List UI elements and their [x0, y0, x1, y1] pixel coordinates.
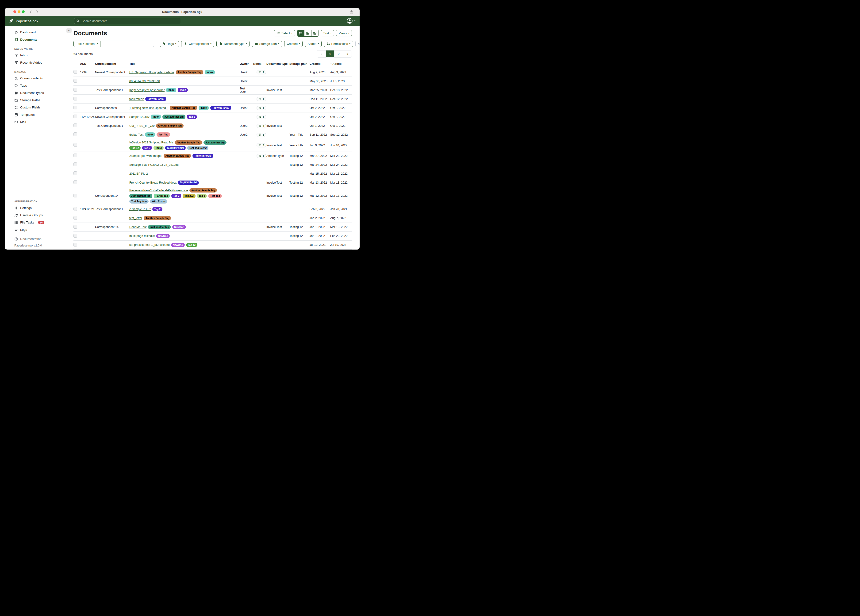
document-link[interactable]: UM_PPBE_en_v29 [129, 124, 155, 127]
tags-filter-button[interactable]: Tags ▾ [160, 41, 179, 47]
title-content-dropdown[interactable]: Title & content ▾ [74, 41, 100, 47]
header-created[interactable]: Created [309, 62, 330, 66]
document-link[interactable]: Review-of-New-York-Federal-Petitions-art… [129, 189, 188, 192]
tag-badge[interactable]: NewOne [156, 234, 170, 238]
tag-badge[interactable]: TagWithPartial [178, 181, 199, 185]
tag-badge[interactable]: Tag 12 [129, 146, 141, 150]
table-row[interactable]: tablerates2TagWithPartial1Dec 11, 2022De… [74, 94, 352, 104]
table-row[interactable]: Sonstige ScanPC2022 03-24_081058Testing … [74, 160, 352, 169]
pagination-page-2[interactable]: 2 [334, 50, 343, 57]
created-filter-button[interactable]: Created ▾ [284, 41, 303, 47]
pagination-last[interactable]: » [343, 50, 352, 57]
row-checkbox[interactable] [74, 132, 77, 136]
tag-badge[interactable]: Test Tag [157, 132, 170, 137]
added-filter-button[interactable]: Added ▾ [305, 41, 321, 47]
table-row[interactable]: InDesign 2022 Scripting Read MeAnother S… [74, 139, 352, 151]
row-checkbox[interactable] [74, 70, 77, 74]
row-checkbox[interactable] [74, 207, 77, 211]
sidebar-item-recently-added[interactable]: Recently Added [5, 59, 69, 66]
header-notes[interactable]: Notes [253, 62, 267, 66]
document-type-filter-button[interactable]: Document type ▾ [217, 41, 250, 47]
table-row[interactable]: sat-practice-test-1_pt2-collatedNewOneTa… [74, 240, 352, 250]
document-link[interactable]: multi-page-mixedxx [129, 234, 155, 237]
table-row[interactable]: French Country Bread Revised.docxTagWith… [74, 178, 352, 187]
table-row[interactable]: multi-page-mixedxxNewOneTesting 12Jan 1,… [74, 232, 352, 240]
tag-badge[interactable]: NewOne [172, 225, 186, 229]
row-checkbox[interactable] [74, 243, 77, 247]
document-link[interactable]: H7_Napoleon_Bonaparte_zadanie [129, 71, 174, 74]
row-checkbox[interactable] [74, 154, 77, 157]
tag-badge[interactable]: Another Sample Tag [170, 106, 197, 110]
tag-badge[interactable]: Another Sample Tag [190, 188, 217, 193]
tag-badge[interactable]: NewOne [171, 243, 185, 247]
document-link[interactable]: Sample100.csv [129, 115, 149, 119]
table-row[interactable]: 2sample-pdf-with-imagesAnother Sample Ta… [74, 151, 352, 160]
sidebar-item-inbox[interactable]: Inbox [5, 52, 69, 59]
title-content-input[interactable] [100, 41, 154, 47]
document-link[interactable]: drylab Test [129, 133, 143, 137]
tag-badge[interactable]: Test Tag [208, 194, 222, 198]
sidebar-collapse-button[interactable]: « [66, 28, 72, 33]
row-checkbox[interactable] [74, 234, 77, 237]
table-row[interactable]: 1999Newest CorrespondentH7_Napoleon_Bona… [74, 68, 352, 77]
document-link[interactable]: test_letter [129, 217, 142, 220]
tag-badge[interactable]: Tag 3 [197, 194, 207, 198]
document-link[interactable]: tablerates2 [129, 97, 144, 101]
row-checkbox[interactable] [74, 216, 77, 220]
tag-badge[interactable]: Tag 3 [154, 146, 163, 150]
document-link[interactable]: 1 Testing New Title Updated 2 [129, 106, 168, 110]
header-storage-path[interactable]: Storage path [289, 62, 309, 66]
share-icon[interactable] [350, 9, 353, 15]
tag-badge[interactable]: Test Tag New 2 [187, 146, 209, 150]
tag-badge[interactable]: TagWithPartial [145, 97, 166, 101]
tag-badge[interactable]: Another Sample Tag [156, 124, 184, 128]
tag-badge[interactable]: Tag 12 [186, 243, 198, 247]
tag-badge[interactable]: Inbox [199, 106, 209, 110]
sidebar-item-storage-paths[interactable]: Storage Paths [5, 96, 69, 104]
search-input[interactable] [81, 19, 178, 23]
header-added[interactable]: ↑Added [330, 62, 352, 66]
detail-view-button[interactable] [311, 30, 319, 36]
sidebar-item-mail[interactable]: Mail [5, 118, 69, 126]
minimize-window-button[interactable] [17, 10, 20, 13]
table-row[interactable]: 0004814539_20230531User2May 30, 2023Jul … [74, 77, 352, 86]
table-row[interactable]: test_letterAnother Sample TagJan 2, 2022… [74, 214, 352, 223]
notes-badge[interactable]: 1 [257, 133, 266, 137]
header-document-type[interactable]: Document type [267, 62, 289, 66]
header-title[interactable]: Title [129, 62, 240, 66]
forward-icon[interactable] [35, 9, 39, 14]
correspondent-filter-button[interactable]: Correspondent ▾ [181, 41, 214, 47]
document-link[interactable]: Sonstige ScanPC2022 03-24_081058 [129, 163, 179, 167]
tag-badge[interactable]: Another Sample Tag [144, 216, 171, 220]
tag-badge[interactable]: Tag 222 [183, 194, 195, 198]
notes-badge[interactable]: 1 [257, 97, 266, 101]
document-link[interactable]: [paperless] test post-owner [129, 88, 165, 92]
permissions-filter-button[interactable]: Permissions ▾ [324, 41, 353, 47]
document-link[interactable]: A Sample PDF 2 [129, 207, 151, 211]
tag-badge[interactable]: TagWithPartial [165, 146, 186, 150]
notes-badge[interactable]: 4 [257, 124, 266, 128]
pagination-first[interactable]: « [317, 50, 326, 57]
table-row[interactable]: Correspondent 91 Testing New Title Updat… [74, 104, 352, 112]
select-button[interactable]: Select ▾ [274, 30, 295, 36]
sidebar-item-correspondents[interactable]: Correspondents [5, 75, 69, 82]
zoom-window-button[interactable] [22, 10, 25, 13]
documentation-link[interactable]: ? Documentation [5, 235, 69, 242]
tag-badge[interactable]: Partial Tag [154, 194, 170, 198]
document-link[interactable]: 0004814539_20230531 [129, 80, 160, 83]
notes-badge[interactable]: 1 [257, 106, 266, 110]
document-link[interactable]: ReadMe Test [129, 225, 146, 229]
tag-badge[interactable]: Just another tag [148, 225, 171, 229]
document-link[interactable]: InDesign 2022 Scripting Read Me [129, 141, 173, 144]
tag-badge[interactable]: Just another tag [162, 115, 185, 119]
sidebar-item-custom-fields[interactable]: Custom Fields [5, 104, 69, 111]
notes-badge[interactable]: 6 [257, 143, 266, 148]
tag-badge[interactable]: Inbox [166, 88, 176, 92]
row-checkbox[interactable] [74, 88, 77, 91]
tag-badge[interactable]: Tag 2 [142, 146, 152, 150]
sidebar-item-dashboard[interactable]: Dashboard [5, 29, 69, 36]
table-row[interactable]: drylab TestInboxTest TagUser21Year - Tit… [74, 130, 352, 139]
user-menu[interactable]: ▾ [347, 18, 355, 24]
row-checkbox[interactable] [74, 162, 77, 166]
tag-badge[interactable]: Tag 2 [171, 194, 181, 198]
